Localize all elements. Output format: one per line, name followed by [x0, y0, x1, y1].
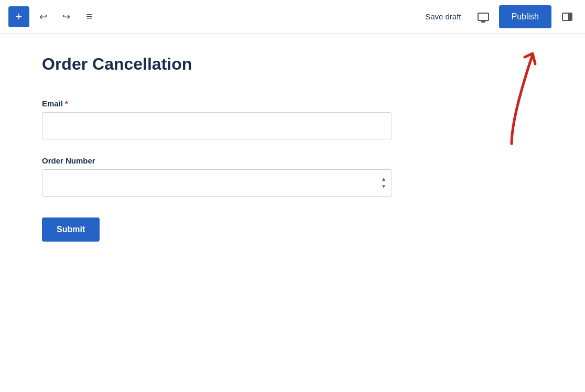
order-number-wrapper: ▲ ▼: [42, 169, 392, 197]
required-indicator: *: [65, 100, 68, 108]
email-label: Email *: [42, 99, 398, 108]
undo-icon: [39, 11, 47, 23]
undo-button[interactable]: [34, 7, 52, 26]
sidebar-toggle-icon: [562, 13, 572, 21]
order-number-input[interactable]: [42, 169, 392, 197]
redo-button[interactable]: [57, 7, 75, 26]
form-section: Email * Order Number ▲ ▼ Submit: [42, 99, 398, 242]
toolbar: + Save draft Publish: [0, 0, 585, 34]
order-number-label: Order Number: [42, 156, 398, 165]
save-draft-button[interactable]: Save draft: [419, 8, 467, 25]
toolbar-left: +: [8, 6, 419, 27]
plus-icon: +: [16, 10, 23, 24]
spinner-up-button[interactable]: ▲: [380, 176, 388, 182]
menu-icon: [86, 10, 92, 23]
number-spinners: ▲ ▼: [380, 176, 388, 190]
submit-button[interactable]: Submit: [42, 217, 100, 242]
sidebar-toggle-button[interactable]: [558, 7, 577, 26]
add-button[interactable]: +: [8, 6, 29, 27]
menu-button[interactable]: [80, 7, 99, 26]
page-title: Order Cancellation: [42, 55, 543, 74]
toolbar-right: Save draft Publish: [419, 5, 577, 28]
main-content: Order Cancellation Email * Order Number …: [0, 34, 585, 263]
screen-icon: [478, 13, 489, 21]
preview-button[interactable]: [474, 7, 493, 26]
order-number-field-group: Order Number ▲ ▼: [42, 156, 398, 197]
spinner-down-button[interactable]: ▼: [380, 183, 388, 190]
redo-icon: [62, 11, 70, 23]
email-input[interactable]: [42, 112, 392, 139]
publish-button[interactable]: Publish: [499, 5, 551, 28]
email-field-group: Email *: [42, 99, 398, 139]
